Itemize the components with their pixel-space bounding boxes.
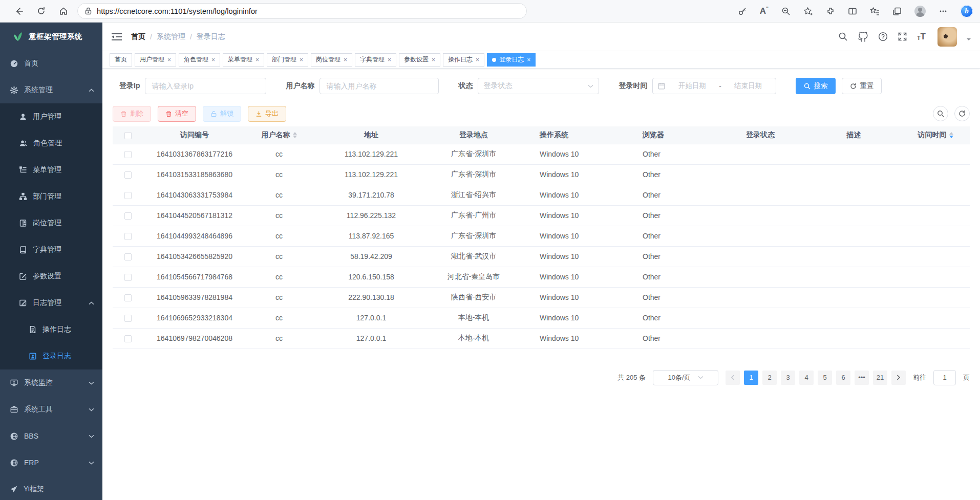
help-icon[interactable] xyxy=(878,32,888,41)
sort-icon-active[interactable] xyxy=(949,130,953,140)
breadcrumb-home[interactable]: 首页 xyxy=(131,32,145,41)
sort-icon[interactable] xyxy=(293,130,297,140)
table-row[interactable]: 1641031367863177216cc113.102.129.221广东省-… xyxy=(113,144,970,164)
sidebar-item-system-tools[interactable]: 系统工具 xyxy=(0,396,102,423)
favorite-star-add-icon[interactable] xyxy=(803,7,813,16)
next-page-button[interactable] xyxy=(891,371,906,385)
close-icon[interactable]: × xyxy=(300,56,303,63)
sidebar-item-erp[interactable]: ERP xyxy=(0,449,102,476)
copilot-icon[interactable]: b xyxy=(961,5,973,17)
delete-button[interactable]: 删除 xyxy=(113,106,151,122)
tab-menu-mgmt[interactable]: 菜单管理× xyxy=(223,53,264,67)
refresh-table-button[interactable] xyxy=(954,106,970,121)
prev-page-button[interactable] xyxy=(726,371,740,385)
tab-param-settings[interactable]: 参数设置× xyxy=(399,53,440,67)
tab-role-mgmt[interactable]: 角色管理× xyxy=(179,53,220,67)
table-row[interactable]: 1641043063331753984cc39.171.210.78浙江省-绍兴… xyxy=(113,185,970,205)
back-arrow-icon[interactable] xyxy=(14,7,24,16)
table-row[interactable]: 1641054566717984768cc120.6.150.158河北省-秦皇… xyxy=(113,267,970,287)
row-checkbox[interactable] xyxy=(124,253,132,260)
goto-page-input[interactable] xyxy=(933,370,956,385)
tab-home[interactable]: 首页 xyxy=(110,53,132,67)
table-row[interactable]: 1641059633978281984cc222.90.130.18陕西省-西安… xyxy=(113,287,970,308)
col-user-name[interactable]: 用户名称 xyxy=(246,126,312,144)
toggle-search-button[interactable] xyxy=(933,106,948,121)
sidebar-item-user-mgmt[interactable]: 用户管理 xyxy=(0,103,102,130)
sidebar-item-system-monitor[interactable]: 系统监控 xyxy=(0,369,102,396)
table-row[interactable]: 1641053426655825920cc58.19.42.209湖北省-武汉市… xyxy=(113,246,970,267)
sidebar-item-post-mgmt[interactable]: 岗位管理 xyxy=(0,210,102,236)
sidebar-item-param-settings[interactable]: 参数设置 xyxy=(0,263,102,290)
search-icon[interactable] xyxy=(838,32,848,41)
table-row[interactable]: 1641044520567181312cc112.96.225.132广东省-广… xyxy=(113,205,970,226)
page-button-last[interactable]: 21 xyxy=(873,371,887,385)
row-checkbox[interactable] xyxy=(124,212,132,220)
sidebar-item-dept-mgmt[interactable]: 部门管理 xyxy=(0,183,102,210)
close-icon[interactable]: × xyxy=(255,56,259,63)
sidebar-item-home[interactable]: 首页 xyxy=(0,50,102,77)
close-icon[interactable]: × xyxy=(167,56,171,63)
browser-profile-avatar[interactable] xyxy=(914,6,926,17)
url-text[interactable]: https://ccnetcore.com:1101/system/log/lo… xyxy=(97,7,258,15)
close-icon[interactable]: × xyxy=(432,56,435,63)
row-checkbox[interactable] xyxy=(124,315,132,322)
status-select[interactable]: 登录状态 xyxy=(478,78,599,94)
table-row[interactable]: 1641031533185863680cc113.102.129.221广东省-… xyxy=(113,164,970,185)
close-icon[interactable]: × xyxy=(211,56,215,63)
sidebar-collapse-icon[interactable] xyxy=(112,32,122,41)
sidebar-item-role-mgmt[interactable]: 角色管理 xyxy=(0,130,102,157)
table-row[interactable]: 1641069798270046208cc127.0.0.1本地-本机 Wind… xyxy=(113,328,970,349)
select-all-checkbox[interactable] xyxy=(124,132,132,139)
refresh-icon[interactable] xyxy=(37,7,46,15)
tab-user-mgmt[interactable]: 用户管理× xyxy=(135,53,176,67)
collections-icon[interactable] xyxy=(892,7,902,16)
read-aloud-icon[interactable]: A” xyxy=(760,7,769,15)
favorites-bar-icon[interactable] xyxy=(870,7,880,16)
font-size-icon[interactable]: TT xyxy=(917,32,926,41)
date-range-picker[interactable]: 开始日期 - 结束日期 xyxy=(652,78,776,94)
tab-dict-mgmt[interactable]: 字典管理× xyxy=(355,53,396,67)
tab-post-mgmt[interactable]: 岗位管理× xyxy=(311,53,352,67)
clear-button[interactable]: 清空 xyxy=(158,106,196,122)
github-icon[interactable] xyxy=(858,31,868,42)
close-icon[interactable]: × xyxy=(476,56,479,63)
lock-icon[interactable] xyxy=(85,7,92,15)
sidebar-item-operation-log[interactable]: 操作日志 xyxy=(0,316,102,343)
row-checkbox[interactable] xyxy=(124,192,132,199)
row-checkbox[interactable] xyxy=(124,171,132,179)
reset-button[interactable]: 重置 xyxy=(842,78,882,94)
user-name-input[interactable] xyxy=(319,78,439,94)
row-checkbox[interactable] xyxy=(124,294,132,301)
close-icon[interactable]: × xyxy=(344,56,347,63)
date-end-placeholder[interactable]: 结束日期 xyxy=(726,81,771,91)
home-icon[interactable] xyxy=(59,7,68,16)
row-checkbox[interactable] xyxy=(124,274,132,281)
table-row[interactable]: 1641069652933218304cc127.0.0.1本地-本机 Wind… xyxy=(113,308,970,328)
tab-dept-mgmt[interactable]: 部门管理× xyxy=(267,53,308,67)
close-icon[interactable]: × xyxy=(388,56,391,63)
sidebar-item-menu-mgmt[interactable]: 菜单管理 xyxy=(0,157,102,183)
page-button-6[interactable]: 6 xyxy=(836,371,850,385)
row-checkbox[interactable] xyxy=(124,233,132,240)
avatar-caret-icon[interactable] xyxy=(967,38,971,42)
sidebar-item-system-mgmt[interactable]: 系统管理 xyxy=(0,77,102,103)
row-checkbox[interactable] xyxy=(124,335,132,342)
table-row[interactable]: 1641044993248464896cc113.87.92.165广东省-深圳… xyxy=(113,226,970,246)
close-icon[interactable]: × xyxy=(527,56,530,63)
sidebar-item-dict-mgmt[interactable]: 字典管理 xyxy=(0,236,102,263)
tab-operation-log[interactable]: 操作日志× xyxy=(443,53,484,67)
search-button[interactable]: 搜索 xyxy=(796,78,836,94)
page-button-1[interactable]: 1 xyxy=(744,371,758,385)
user-avatar[interactable] xyxy=(938,27,957,47)
unlock-button[interactable]: 解锁 xyxy=(203,106,241,122)
more-pages-button[interactable]: ••• xyxy=(855,371,869,385)
page-button-2[interactable]: 2 xyxy=(762,371,777,385)
address-bar[interactable]: https://ccnetcore.com:1101/system/log/lo… xyxy=(77,3,527,19)
zoom-out-icon[interactable] xyxy=(781,7,791,16)
sidebar-item-yi-framework[interactable]: Yi框架 xyxy=(0,476,102,500)
extensions-puzzle-icon[interactable] xyxy=(826,7,835,16)
login-ip-input[interactable] xyxy=(145,78,266,94)
export-button[interactable]: 导出 xyxy=(248,106,286,122)
date-start-placeholder[interactable]: 开始日期 xyxy=(669,81,715,91)
sidebar-item-log-mgmt[interactable]: 日志管理 xyxy=(0,290,102,316)
